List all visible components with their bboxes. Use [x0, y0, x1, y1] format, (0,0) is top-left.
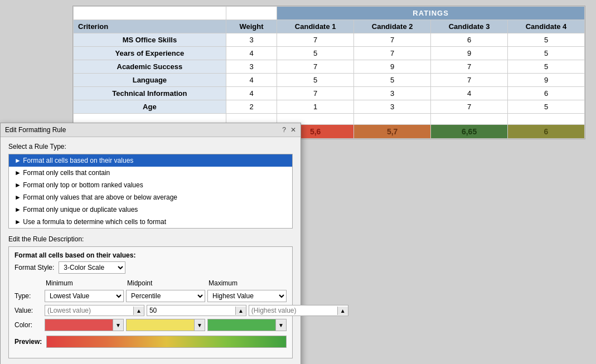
- minimum-col-label: Minimum: [45, 279, 124, 287]
- value-row: Value: ▲ ▲ ▲: [14, 305, 287, 316]
- table-row: Language 4 5 5 7 9: [74, 74, 585, 87]
- rule-desc-title: Format all cells based on their values:: [14, 251, 287, 259]
- c1-cell: 7: [277, 87, 354, 100]
- c1-cell: 7: [277, 33, 354, 47]
- maximum-value-input[interactable]: [249, 305, 337, 316]
- minimum-color-swatch[interactable]: ▼: [45, 319, 124, 331]
- dialog-help-button[interactable]: ?: [282, 126, 286, 134]
- c4-cell: 5: [508, 33, 585, 47]
- weight-cell: 4: [226, 74, 277, 87]
- weight-col-header: Weight: [226, 20, 277, 33]
- type-row: Type: Lowest Value Percentile Highest Va…: [14, 290, 287, 302]
- c4-cell: 5: [508, 100, 585, 114]
- select-rule-label: Select a Rule Type:: [8, 143, 293, 151]
- midpoint-value-field[interactable]: ▲: [147, 305, 246, 316]
- edit-rule-label: Edit the Rule Description:: [8, 235, 293, 243]
- midpoint-col-label: Midpoint: [126, 279, 205, 287]
- c2-cell: 3: [354, 100, 431, 114]
- maximum-type-select[interactable]: Highest Value: [207, 290, 287, 302]
- table-row: Years of Experience 4 5 7 9 5: [74, 47, 585, 60]
- spreadsheet-area: RATINGS Criterion Weight Candidate 1 Can…: [72, 6, 585, 139]
- result-c4: 6: [508, 125, 585, 139]
- rule-description-box: Format all cells based on their values: …: [8, 246, 293, 358]
- minimum-value-btn[interactable]: ▲: [133, 307, 144, 315]
- maximum-color-swatch[interactable]: ▼: [207, 319, 287, 331]
- criterion-cell: Age: [74, 100, 226, 114]
- weight-cell: 3: [226, 33, 277, 47]
- preview-label: Preview:: [14, 338, 42, 346]
- rule-type-item-4[interactable]: ► Format only unique or duplicate values: [9, 203, 292, 216]
- criterion-cell: Language: [74, 74, 226, 87]
- candidate4-col-header: Candidate 4: [508, 20, 585, 33]
- criterion-cell: MS Office Skills: [74, 33, 226, 47]
- table-row: Academic Success 3 7 9 7 5: [74, 60, 585, 74]
- c1-cell: 5: [277, 74, 354, 87]
- table-row: MS Office Skills 3 7 7 6 5: [74, 33, 585, 47]
- preview-row: Preview:: [14, 336, 287, 348]
- data-table: RATINGS Criterion Weight Candidate 1 Can…: [73, 6, 585, 139]
- c3-cell: 4: [431, 87, 508, 100]
- criterion-col-header: Criterion: [74, 20, 226, 33]
- dialog-close-button[interactable]: ✕: [290, 126, 296, 134]
- c3-cell: 7: [431, 74, 508, 87]
- result-c2: 5,7: [354, 125, 431, 139]
- rule-type-list: ► Format all cells based on their values…: [8, 154, 293, 229]
- midpoint-color-swatch[interactable]: ▼: [126, 319, 205, 331]
- criterion-cell: Technical Information: [74, 87, 226, 100]
- c2-cell: 7: [354, 47, 431, 60]
- preview-gradient: [46, 336, 287, 348]
- c1-cell: 1: [277, 100, 354, 114]
- candidate3-col-header: Candidate 3: [431, 20, 508, 33]
- ratings-header: RATINGS: [277, 7, 585, 20]
- c4-cell: 9: [508, 74, 585, 87]
- dialog-titlebar: Edit Formatting Rule ? ✕: [1, 123, 301, 137]
- table-row: Technical Information 4 7 3 4 6: [74, 87, 585, 100]
- format-style-select[interactable]: 3-Color Scale: [59, 261, 125, 274]
- c4-cell: 5: [508, 47, 585, 60]
- minimum-value-input[interactable]: [45, 305, 133, 316]
- c1-cell: 5: [277, 47, 354, 60]
- rule-type-item-1[interactable]: ► Format only cells that contain: [9, 167, 292, 179]
- weight-cell: 4: [226, 47, 277, 60]
- c1-cell: 7: [277, 60, 354, 74]
- result-c3: 6,65: [431, 125, 508, 139]
- rule-type-item-5[interactable]: ► Use a formula to determine which cells…: [9, 216, 292, 228]
- value-row-label: Value:: [14, 307, 42, 314]
- weight-cell: 3: [226, 60, 277, 74]
- minimum-color: [45, 319, 113, 331]
- maximum-col-label: Maximum: [207, 279, 287, 287]
- dialog-title: Edit Formatting Rule: [5, 126, 66, 134]
- minimum-color-btn[interactable]: ▼: [113, 319, 123, 331]
- rule-type-item-2[interactable]: ► Format only top or bottom ranked value…: [9, 179, 292, 191]
- rule-type-item-0[interactable]: ► Format all cells based on their values: [9, 154, 292, 167]
- table-row: Age 2 1 3 7 5: [74, 100, 585, 114]
- criterion-cell: Academic Success: [74, 60, 226, 74]
- minimum-type-select[interactable]: Lowest Value: [45, 290, 124, 302]
- candidate2-col-header: Candidate 2: [354, 20, 431, 33]
- maximum-value-btn[interactable]: ▲: [337, 307, 348, 315]
- dialog-controls: ? ✕: [282, 126, 296, 134]
- rule-type-item-3[interactable]: ► Format only values that are above or b…: [9, 191, 292, 203]
- c2-cell: 7: [354, 33, 431, 47]
- maximum-color-btn[interactable]: ▼: [275, 319, 286, 331]
- maximum-color: [208, 319, 275, 331]
- c3-cell: 6: [431, 33, 508, 47]
- weight-cell: 2: [226, 100, 277, 114]
- midpoint-type-select[interactable]: Percentile: [126, 290, 205, 302]
- c3-cell: 9: [431, 47, 508, 60]
- midpoint-color-btn[interactable]: ▼: [194, 319, 205, 331]
- midpoint-value-input[interactable]: [147, 305, 235, 316]
- dialog-body: Select a Rule Type: ► Format all cells b…: [1, 137, 301, 364]
- color-row: Color: ▼ ▼ ▼: [14, 319, 287, 331]
- c4-cell: 5: [508, 60, 585, 74]
- midpoint-value-btn[interactable]: ▲: [235, 307, 246, 315]
- minimum-value-field[interactable]: ▲: [45, 305, 144, 316]
- c2-cell: 3: [354, 87, 431, 100]
- c2-cell: 5: [354, 74, 431, 87]
- color-row-label: Color:: [14, 321, 42, 329]
- maximum-value-field[interactable]: ▲: [249, 305, 348, 316]
- format-style-row: Format Style: 3-Color Scale: [14, 261, 287, 274]
- c4-cell: 6: [508, 87, 585, 100]
- midpoint-color: [127, 319, 194, 331]
- format-style-label: Format Style:: [14, 264, 54, 271]
